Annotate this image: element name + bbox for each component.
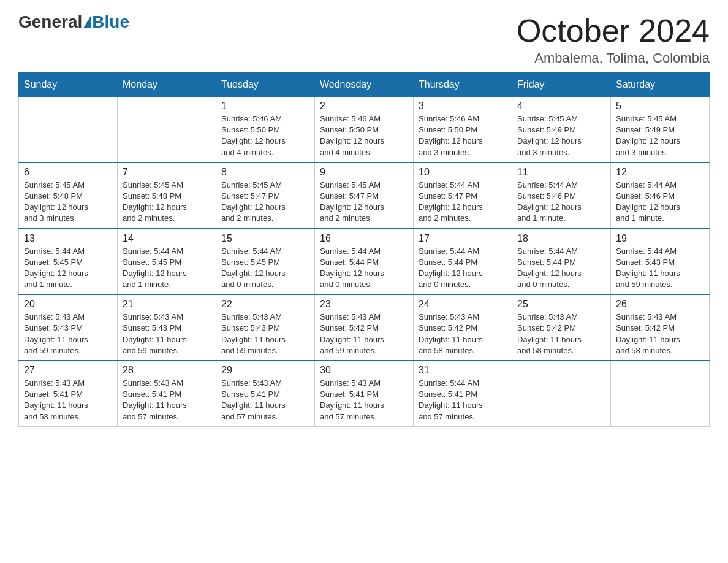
day-number: 12 <box>616 167 704 178</box>
day-number: 25 <box>517 299 605 310</box>
day-info: Sunrise: 5:43 AM Sunset: 5:43 PM Dayligh… <box>221 312 309 356</box>
day-info: Sunrise: 5:45 AM Sunset: 5:49 PM Dayligh… <box>517 113 605 158</box>
weekday-header-monday: Monday <box>118 73 216 97</box>
calendar-cell: 12Sunrise: 5:44 AM Sunset: 5:46 PM Dayli… <box>611 163 710 229</box>
day-number: 2 <box>320 101 408 112</box>
calendar-cell: 16Sunrise: 5:44 AM Sunset: 5:44 PM Dayli… <box>315 229 414 295</box>
day-info: Sunrise: 5:44 AM Sunset: 5:46 PM Dayligh… <box>517 180 605 224</box>
day-info: Sunrise: 5:45 AM Sunset: 5:48 PM Dayligh… <box>24 180 112 224</box>
day-number: 8 <box>221 167 309 178</box>
day-info: Sunrise: 5:43 AM Sunset: 5:41 PM Dayligh… <box>123 378 211 423</box>
day-number: 31 <box>419 365 507 376</box>
page-header: General Blue October 2024 Ambalema, Toli… <box>18 12 710 66</box>
day-info: Sunrise: 5:43 AM Sunset: 5:41 PM Dayligh… <box>320 378 408 423</box>
day-number: 15 <box>221 233 309 244</box>
calendar-cell <box>118 97 216 163</box>
calendar-cell <box>611 361 710 426</box>
calendar-cell: 6Sunrise: 5:45 AM Sunset: 5:48 PM Daylig… <box>19 163 118 229</box>
calendar-cell: 17Sunrise: 5:44 AM Sunset: 5:44 PM Dayli… <box>414 229 512 295</box>
logo: General Blue <box>18 12 129 32</box>
day-number: 6 <box>24 167 112 178</box>
weekday-header-friday: Friday <box>512 73 611 97</box>
day-info: Sunrise: 5:45 AM Sunset: 5:49 PM Dayligh… <box>616 113 704 158</box>
day-info: Sunrise: 5:44 AM Sunset: 5:45 PM Dayligh… <box>123 246 211 291</box>
calendar-cell: 31Sunrise: 5:44 AM Sunset: 5:41 PM Dayli… <box>414 361 512 426</box>
day-info: Sunrise: 5:45 AM Sunset: 5:48 PM Dayligh… <box>123 180 211 224</box>
calendar-cell: 13Sunrise: 5:44 AM Sunset: 5:45 PM Dayli… <box>19 229 118 295</box>
day-number: 14 <box>123 233 211 244</box>
day-info: Sunrise: 5:44 AM Sunset: 5:45 PM Dayligh… <box>221 246 309 291</box>
weekday-header-wednesday: Wednesday <box>315 73 414 97</box>
day-info: Sunrise: 5:45 AM Sunset: 5:47 PM Dayligh… <box>320 180 408 224</box>
day-info: Sunrise: 5:46 AM Sunset: 5:50 PM Dayligh… <box>419 113 507 158</box>
logo-triangle-icon <box>83 16 91 28</box>
day-number: 7 <box>123 167 211 178</box>
calendar-cell: 23Sunrise: 5:43 AM Sunset: 5:42 PM Dayli… <box>315 294 414 361</box>
calendar-cell: 20Sunrise: 5:43 AM Sunset: 5:43 PM Dayli… <box>19 294 118 361</box>
weekday-header-saturday: Saturday <box>611 73 710 97</box>
day-number: 1 <box>221 101 309 112</box>
day-info: Sunrise: 5:46 AM Sunset: 5:50 PM Dayligh… <box>320 113 408 158</box>
calendar-cell: 28Sunrise: 5:43 AM Sunset: 5:41 PM Dayli… <box>118 361 216 426</box>
weekday-header-thursday: Thursday <box>414 73 512 97</box>
calendar-cell: 8Sunrise: 5:45 AM Sunset: 5:47 PM Daylig… <box>216 163 315 229</box>
calendar-cell: 11Sunrise: 5:44 AM Sunset: 5:46 PM Dayli… <box>512 163 611 229</box>
day-number: 30 <box>320 365 408 376</box>
day-info: Sunrise: 5:44 AM Sunset: 5:44 PM Dayligh… <box>320 246 408 291</box>
calendar-cell: 5Sunrise: 5:45 AM Sunset: 5:49 PM Daylig… <box>611 97 710 163</box>
day-number: 17 <box>419 233 507 244</box>
day-number: 13 <box>24 233 112 244</box>
day-number: 4 <box>517 101 605 112</box>
day-number: 26 <box>616 299 704 310</box>
location: Ambalema, Tolima, Colombia <box>517 50 710 66</box>
day-info: Sunrise: 5:44 AM Sunset: 5:41 PM Dayligh… <box>419 378 507 423</box>
calendar-cell: 24Sunrise: 5:43 AM Sunset: 5:42 PM Dayli… <box>414 294 512 361</box>
week-row-4: 20Sunrise: 5:43 AM Sunset: 5:43 PM Dayli… <box>19 294 710 361</box>
calendar-cell: 3Sunrise: 5:46 AM Sunset: 5:50 PM Daylig… <box>414 97 512 163</box>
calendar-table: SundayMondayTuesdayWednesdayThursdayFrid… <box>18 72 710 427</box>
day-number: 23 <box>320 299 408 310</box>
weekday-header-sunday: Sunday <box>19 73 118 97</box>
day-number: 29 <box>221 365 309 376</box>
day-number: 20 <box>24 299 112 310</box>
day-info: Sunrise: 5:46 AM Sunset: 5:50 PM Dayligh… <box>221 113 309 158</box>
week-row-2: 6Sunrise: 5:45 AM Sunset: 5:48 PM Daylig… <box>19 163 710 229</box>
week-row-3: 13Sunrise: 5:44 AM Sunset: 5:45 PM Dayli… <box>19 229 710 295</box>
day-number: 5 <box>616 101 704 112</box>
calendar-cell <box>19 97 118 163</box>
calendar-cell: 1Sunrise: 5:46 AM Sunset: 5:50 PM Daylig… <box>216 97 315 163</box>
day-info: Sunrise: 5:44 AM Sunset: 5:46 PM Dayligh… <box>616 180 704 224</box>
week-row-5: 27Sunrise: 5:43 AM Sunset: 5:41 PM Dayli… <box>19 361 710 426</box>
logo-general: General <box>18 12 82 32</box>
calendar-cell: 10Sunrise: 5:44 AM Sunset: 5:47 PM Dayli… <box>414 163 512 229</box>
day-number: 9 <box>320 167 408 178</box>
calendar-cell: 14Sunrise: 5:44 AM Sunset: 5:45 PM Dayli… <box>118 229 216 295</box>
month-title: October 2024 <box>517 12 710 49</box>
day-number: 28 <box>123 365 211 376</box>
day-number: 24 <box>419 299 507 310</box>
day-info: Sunrise: 5:43 AM Sunset: 5:42 PM Dayligh… <box>517 312 605 356</box>
calendar-cell: 25Sunrise: 5:43 AM Sunset: 5:42 PM Dayli… <box>512 294 611 361</box>
day-info: Sunrise: 5:43 AM Sunset: 5:43 PM Dayligh… <box>24 312 112 356</box>
title-section: October 2024 Ambalema, Tolima, Colombia <box>517 12 710 66</box>
day-number: 3 <box>419 101 507 112</box>
day-info: Sunrise: 5:43 AM Sunset: 5:42 PM Dayligh… <box>616 312 704 356</box>
calendar-cell: 21Sunrise: 5:43 AM Sunset: 5:43 PM Dayli… <box>118 294 216 361</box>
calendar-cell: 18Sunrise: 5:44 AM Sunset: 5:44 PM Dayli… <box>512 229 611 295</box>
calendar-cell <box>512 361 611 426</box>
day-info: Sunrise: 5:43 AM Sunset: 5:41 PM Dayligh… <box>24 378 112 423</box>
day-info: Sunrise: 5:43 AM Sunset: 5:42 PM Dayligh… <box>419 312 507 356</box>
day-number: 19 <box>616 233 704 244</box>
day-info: Sunrise: 5:44 AM Sunset: 5:47 PM Dayligh… <box>419 180 507 224</box>
calendar-cell: 9Sunrise: 5:45 AM Sunset: 5:47 PM Daylig… <box>315 163 414 229</box>
calendar-cell: 19Sunrise: 5:44 AM Sunset: 5:43 PM Dayli… <box>611 229 710 295</box>
day-info: Sunrise: 5:43 AM Sunset: 5:43 PM Dayligh… <box>123 312 211 356</box>
day-info: Sunrise: 5:44 AM Sunset: 5:45 PM Dayligh… <box>24 246 112 291</box>
day-number: 18 <box>517 233 605 244</box>
day-info: Sunrise: 5:44 AM Sunset: 5:44 PM Dayligh… <box>517 246 605 291</box>
calendar-cell: 15Sunrise: 5:44 AM Sunset: 5:45 PM Dayli… <box>216 229 315 295</box>
calendar-cell: 2Sunrise: 5:46 AM Sunset: 5:50 PM Daylig… <box>315 97 414 163</box>
calendar-cell: 29Sunrise: 5:43 AM Sunset: 5:41 PM Dayli… <box>216 361 315 426</box>
logo-blue: Blue <box>92 12 129 32</box>
calendar-cell: 4Sunrise: 5:45 AM Sunset: 5:49 PM Daylig… <box>512 97 611 163</box>
